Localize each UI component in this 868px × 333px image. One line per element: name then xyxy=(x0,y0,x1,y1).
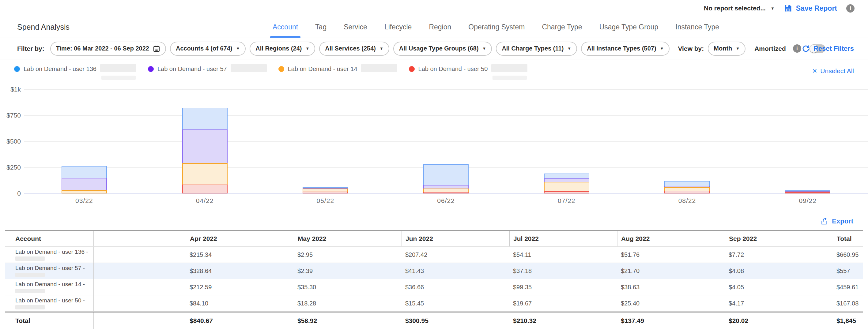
account-name: Lab on Demand - user 14 - xyxy=(15,281,93,288)
filter-pill-all-charge-types-11[interactable]: All Charge Types (11)▼ xyxy=(496,42,577,56)
info-icon[interactable]: i xyxy=(846,4,855,12)
bar-segment-lab-on-demand-user-50[interactable] xyxy=(303,192,348,193)
filter-pill-accounts-4-of-674[interactable]: Accounts 4 (of 674)▼ xyxy=(170,42,246,56)
legend-item-lab-on-demand-user-50[interactable]: Lab on Demand - user 50 xyxy=(409,66,528,72)
value-cell: $36.66 xyxy=(402,284,509,291)
x-axis-label: 04/22 xyxy=(145,197,265,204)
bar-segment-lab-on-demand-user-57[interactable] xyxy=(182,130,227,164)
filter-pill-all-regions-24[interactable]: All Regions (24)▼ xyxy=(250,42,315,56)
redacted-text xyxy=(100,66,136,72)
bar-segment-lab-on-demand-user-50[interactable] xyxy=(544,191,589,193)
tabs: AccountTagServiceLifecycleRegionOperatin… xyxy=(273,16,719,38)
tab-tag[interactable]: Tag xyxy=(315,16,327,38)
table-header: AccountApr 2022May 2022Jun 2022Jul 2022A… xyxy=(5,230,863,247)
bar-segment-lab-on-demand-user-50[interactable] xyxy=(664,191,710,193)
value-cell: $167.08 xyxy=(833,300,863,307)
amortized-info-icon[interactable]: i xyxy=(793,44,801,53)
filter-pill-label: All Regions (24) xyxy=(255,45,302,52)
tab-operating-system[interactable]: Operating System xyxy=(468,16,525,38)
column-header-jun-2022[interactable]: Jun 2022 xyxy=(402,231,509,246)
table-row: Lab on Demand - user 57 -$328.64$2.39$41… xyxy=(5,263,863,279)
value-cell: $328.64 xyxy=(186,267,294,274)
redacted-block xyxy=(15,305,45,309)
export-icon xyxy=(820,217,828,225)
tab-usage-type-group[interactable]: Usage Type Group xyxy=(599,16,658,38)
column-header-total[interactable]: Total xyxy=(833,231,863,246)
x-axis-label: 08/22 xyxy=(627,197,748,204)
tab-account[interactable]: Account xyxy=(273,16,298,38)
report-selector-dropdown[interactable]: No report selected... ▼ xyxy=(704,5,775,12)
y-axis-label: 0 xyxy=(0,190,21,197)
tab-region[interactable]: Region xyxy=(429,16,451,38)
reset-filters-label: Reset Filters xyxy=(813,45,854,53)
report-selector-value: No report selected... xyxy=(704,5,766,12)
value-cell: $15.45 xyxy=(402,300,509,307)
unselect-all-label: Unselect All xyxy=(820,67,854,75)
total-row-label: Total xyxy=(5,317,93,325)
tab-service[interactable]: Service xyxy=(344,16,367,38)
filter-pill-all-usage-type-groups-68[interactable]: All Usage Type Groups (68)▼ xyxy=(393,42,492,56)
stacked-bar-06-22 xyxy=(423,164,469,193)
chevron-down-icon: ▼ xyxy=(483,46,486,51)
export-button[interactable]: Export xyxy=(820,217,853,225)
view-by-label: View by: xyxy=(678,45,704,52)
column-header-jul-2022[interactable]: Jul 2022 xyxy=(509,231,617,246)
filter-pill-all-instance-types-507[interactable]: All Instance Types (507)▼ xyxy=(581,42,670,56)
bar-slot-06-22 xyxy=(385,89,506,193)
column-header-may-2022[interactable]: May 2022 xyxy=(294,231,402,246)
tab-charge-type[interactable]: Charge Type xyxy=(542,16,582,38)
spacer-cell xyxy=(93,263,186,279)
bar-segment-lab-on-demand-user-14[interactable] xyxy=(182,163,227,185)
column-header-account[interactable]: Account xyxy=(5,231,93,246)
chevron-down-icon: ▼ xyxy=(736,46,740,51)
tab-lifecycle[interactable]: Lifecycle xyxy=(384,16,412,38)
chart-legend: Lab on Demand - user 136Lab on Demand - … xyxy=(0,59,868,85)
column-header-spacer xyxy=(93,231,186,246)
value-cell: $99.35 xyxy=(509,284,617,291)
legend-item-label: Lab on Demand - user 50 xyxy=(418,66,488,72)
table-row: Lab on Demand - user 50 -$84.10$18.28$15… xyxy=(5,295,863,311)
redacted-block xyxy=(493,76,527,80)
bar-segment-lab-on-demand-user-136[interactable] xyxy=(62,166,107,178)
bar-segment-lab-on-demand-user-50[interactable] xyxy=(785,192,830,193)
bar-segment-lab-on-demand-user-136[interactable] xyxy=(423,164,469,186)
bar-segment-lab-on-demand-user-14[interactable] xyxy=(62,190,107,193)
bar-segment-lab-on-demand-user-14[interactable] xyxy=(544,182,589,192)
filter-pill-label: All Usage Type Groups (68) xyxy=(399,45,479,52)
time-filter-pill[interactable]: Time: 06 Mar 2022 - 06 Sep 2022 xyxy=(50,42,166,56)
table-total-row: Total$840.67$58.92$300.95$210.32$137.49$… xyxy=(5,311,863,329)
reset-filters-button[interactable]: Reset Filters xyxy=(802,45,854,53)
legend-item-lab-on-demand-user-57[interactable]: Lab on Demand - user 57 xyxy=(148,66,267,72)
total-value-cell: $137.49 xyxy=(617,317,725,325)
legend-item-lab-on-demand-user-14[interactable]: Lab on Demand - user 14 xyxy=(278,66,397,72)
filter-pill-label: All Charge Types (11) xyxy=(502,45,563,52)
x-axis-label: 06/22 xyxy=(385,197,506,204)
refresh-icon xyxy=(802,45,810,53)
column-header-apr-2022[interactable]: Apr 2022 xyxy=(186,231,294,246)
bar-segment-lab-on-demand-user-136[interactable] xyxy=(182,108,227,130)
x-axis-label: 03/22 xyxy=(24,197,145,204)
close-icon: ✕ xyxy=(812,67,817,75)
view-by-value: Month xyxy=(714,45,732,52)
bar-segment-lab-on-demand-user-50[interactable] xyxy=(182,185,227,193)
filter-by-label: Filter by: xyxy=(17,45,44,52)
filter-pill-all-services-254[interactable]: All Services (254)▼ xyxy=(319,42,389,56)
redacted-block xyxy=(101,76,136,80)
legend-item-lab-on-demand-user-136[interactable]: Lab on Demand - user 136 xyxy=(14,66,136,72)
unselect-all-button[interactable]: ✕ Unselect All xyxy=(812,67,854,75)
column-header-aug-2022[interactable]: Aug 2022 xyxy=(617,231,725,246)
chart-bars xyxy=(24,89,868,193)
view-by-dropdown[interactable]: Month ▼ xyxy=(708,42,745,56)
top-header: No report selected... ▼ Save Report i xyxy=(0,0,868,16)
save-report-button[interactable]: Save Report xyxy=(784,4,837,12)
value-cell: $84.10 xyxy=(186,300,294,307)
bar-segment-lab-on-demand-user-57[interactable] xyxy=(62,178,107,190)
value-cell: $459.61 xyxy=(833,284,863,291)
x-axis-label: 07/22 xyxy=(506,197,627,204)
tab-instance-type[interactable]: Instance Type xyxy=(675,16,719,38)
column-header-sep-2022[interactable]: Sep 2022 xyxy=(725,231,833,246)
stacked-bar-07-22 xyxy=(544,173,589,193)
bar-slot-07-22 xyxy=(506,89,627,193)
total-value-cell: $20.02 xyxy=(725,317,833,325)
bar-segment-lab-on-demand-user-50[interactable] xyxy=(423,192,469,193)
